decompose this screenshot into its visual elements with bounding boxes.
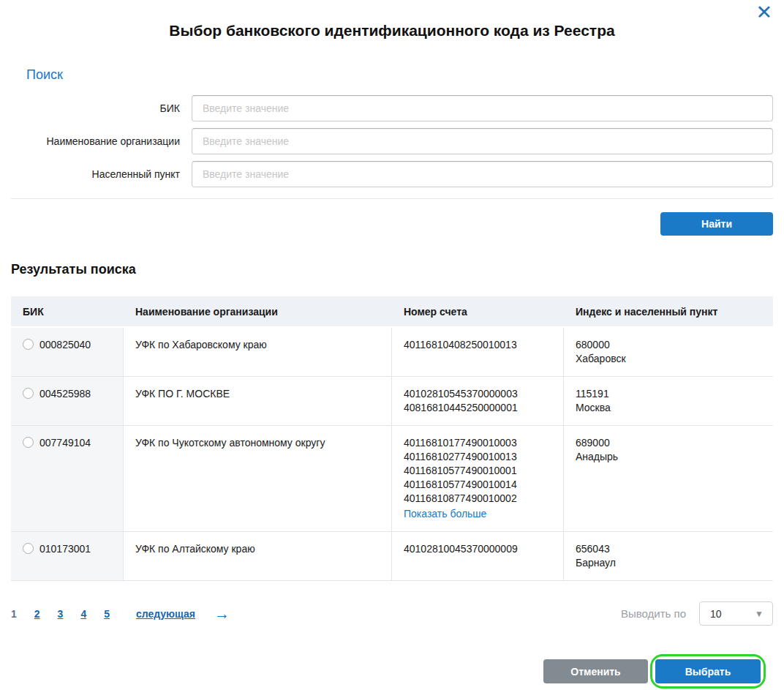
city-name: Анадырь: [576, 450, 761, 464]
org-name: УФК по Чукотскому автономному округу: [124, 426, 392, 531]
next-page-link[interactable]: следующая: [136, 608, 195, 620]
dialog-title: Выбор банковского идентификационного код…: [0, 0, 784, 40]
table-row: 000825040 УФК по Хабаровскому краю 40116…: [11, 328, 773, 377]
city-name: Хабаровск: [576, 352, 761, 366]
table-row: 010173001 УФК по Алтайскому краю 4010281…: [11, 532, 773, 581]
pagination-bar: 1 2 3 4 5 следующая → Выводить по 10 ▼: [11, 601, 773, 626]
account-number: 40116810177490010003: [404, 436, 551, 450]
table-row: 007749104 УФК по Чукотскому автономному …: [11, 426, 773, 532]
account-number: 40116810277490010013: [404, 450, 551, 464]
form-row-org: Наименование организации: [11, 128, 773, 154]
postal-index: 680000: [576, 338, 761, 352]
org-name: УФК по Алтайскому краю: [124, 532, 392, 580]
page-link-4[interactable]: 4: [80, 608, 86, 620]
city-input[interactable]: [192, 161, 773, 187]
table-row: 004525988 УФК ПО Г. МОСКВЕ 4010281054537…: [11, 377, 773, 426]
bik-value: 004525988: [39, 387, 91, 401]
org-name: УФК ПО Г. МОСКВЕ: [124, 377, 392, 425]
bik-radio[interactable]: [23, 388, 34, 399]
bik-input[interactable]: [192, 95, 773, 121]
form-row-city: Населенный пункт: [11, 161, 773, 187]
show-more-link[interactable]: Показать больше: [404, 507, 551, 521]
account-number: 40816810445250000001: [404, 401, 551, 415]
org-name-field-label: Наименование организации: [11, 135, 192, 147]
city-name: Барнаул: [576, 556, 761, 570]
find-button[interactable]: Найти: [660, 212, 773, 236]
header-org: Наименование организации: [124, 296, 392, 326]
account-number: 40116810408250010013: [404, 338, 551, 352]
cancel-button[interactable]: Отменить: [543, 659, 648, 683]
bik-value: 000825040: [39, 338, 91, 352]
city-field-label: Населенный пункт: [11, 168, 192, 180]
form-row-bik: БИК: [11, 95, 773, 121]
per-page-label: Выводить по: [621, 607, 686, 620]
per-page-value: 10: [710, 608, 722, 620]
account-number: 40102810045370000009: [404, 542, 551, 556]
bik-radio[interactable]: [23, 543, 34, 554]
org-name: УФК по Хабаровскому краю: [124, 328, 392, 376]
bik-field-label: БИК: [11, 102, 192, 114]
account-number: 40116810577490010001: [404, 464, 551, 478]
footer-actions: Отменить Выбрать: [0, 659, 761, 683]
bik-value: 007749104: [39, 436, 91, 450]
select-button[interactable]: Выбрать: [655, 659, 761, 683]
close-icon[interactable]: ✕: [755, 1, 772, 23]
account-number: 40102810545370000003: [404, 387, 551, 401]
page-current: 1: [11, 608, 17, 620]
next-arrow-icon[interactable]: →: [214, 605, 230, 623]
header-account: Номер счета: [392, 296, 564, 326]
postal-index: 689000: [576, 436, 761, 450]
org-name-input[interactable]: [192, 128, 773, 154]
postal-index: 115191: [576, 387, 761, 401]
account-number: 40116810877490010002: [404, 492, 551, 506]
table-header-row: БИК Наименование организации Номер счета…: [11, 296, 773, 326]
search-form: БИК Наименование организации Населенный …: [11, 95, 773, 187]
account-number: 40116810577490010014: [404, 478, 551, 492]
bik-radio[interactable]: [23, 339, 34, 350]
page-link-5[interactable]: 5: [104, 608, 110, 620]
search-section-heading: Поиск: [26, 67, 784, 83]
results-heading: Результаты поиска: [11, 262, 784, 277]
postal-index: 656043: [576, 542, 761, 556]
results-table: БИК Наименование организации Номер счета…: [11, 296, 773, 581]
bik-value: 010173001: [39, 542, 91, 556]
per-page-select[interactable]: 10 ▼: [699, 601, 773, 626]
header-bik: БИК: [11, 296, 124, 326]
bik-radio[interactable]: [23, 437, 34, 448]
city-name: Москва: [576, 401, 761, 415]
section-divider: [11, 198, 773, 199]
page-link-2[interactable]: 2: [34, 608, 40, 620]
dropdown-arrow-icon: ▼: [755, 609, 764, 619]
header-index-city: Индекс и населенный пункт: [564, 296, 773, 326]
page-link-3[interactable]: 3: [58, 608, 64, 620]
